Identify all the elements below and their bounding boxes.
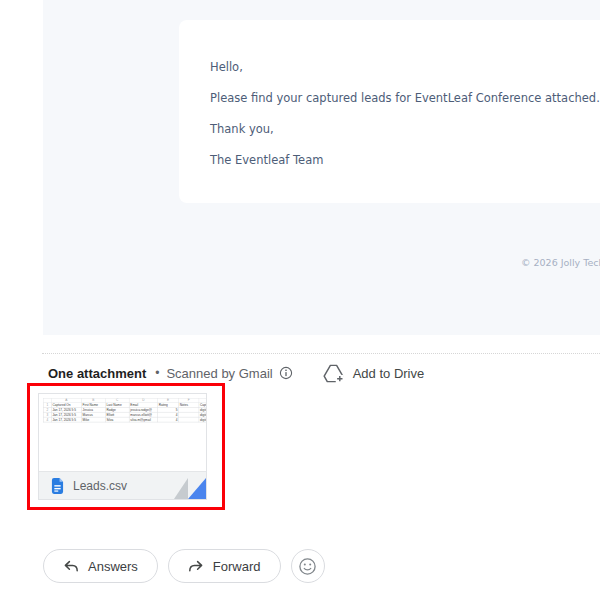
emoji-reaction-button[interactable] <box>291 549 325 583</box>
reply-actions-row: Answers Forward <box>43 549 325 583</box>
attachment-preview-thumbnail: A B C D E F G 1 Captured On First Name L… <box>39 394 206 471</box>
add-to-drive-button[interactable]: Add to Drive <box>323 364 425 383</box>
attachment-count-label: One attachment <box>48 366 146 381</box>
attachment-chip-leads-csv[interactable]: A B C D E F G 1 Captured On First Name L… <box>38 393 207 500</box>
corner-fold-shadow <box>174 478 188 499</box>
email-signature: The Eventleaf Team <box>210 153 600 167</box>
scanned-by-gmail-label: Scanned by Gmail <box>166 366 272 381</box>
forward-arrow-icon <box>188 558 204 574</box>
csv-preview-table: A B C D E F G 1 Captured On First Name L… <box>43 398 206 422</box>
csv-file-icon <box>51 478 64 494</box>
email-greeting: Hello, <box>210 60 600 74</box>
reply-button-label: Answers <box>88 559 138 574</box>
email-copyright: © 2026 Jolly Tech <box>521 257 600 268</box>
email-content-card: Hello, Please find your captured leads f… <box>179 20 600 203</box>
attachments-divider <box>42 353 600 354</box>
info-icon[interactable] <box>279 366 293 380</box>
attachment-footer-bar: Leads.csv <box>39 471 206 499</box>
add-to-drive-label: Add to Drive <box>353 366 425 381</box>
reply-button[interactable]: Answers <box>43 549 158 583</box>
smiley-icon <box>298 557 317 576</box>
email-message-line: Please find your captured leads for Even… <box>210 91 600 105</box>
corner-fold-icon <box>188 478 206 499</box>
attachments-header: One attachment • Scanned by Gmail Add to… <box>48 364 424 382</box>
email-body: Hello, Please find your captured leads f… <box>179 20 600 167</box>
forward-button[interactable]: Forward <box>168 549 281 583</box>
forward-button-label: Forward <box>213 559 261 574</box>
drive-add-icon <box>323 364 344 383</box>
email-closing: Thank you, <box>210 122 600 136</box>
email-render-background: Hello, Please find your captured leads f… <box>43 0 600 335</box>
attachment-filename: Leads.csv <box>73 479 127 493</box>
csv-data-row: 4 Jan 17, 2026 5:5 Mike Silva silva.m@gm… <box>43 417 206 422</box>
reply-arrow-icon <box>63 558 79 574</box>
separator-dot: • <box>155 366 159 380</box>
